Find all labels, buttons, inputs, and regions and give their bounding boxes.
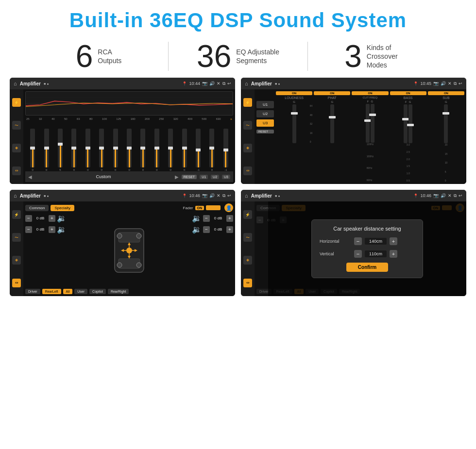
speaker-icon-s2[interactable]: ◈ xyxy=(243,144,252,152)
vol-plus-tl[interactable]: + xyxy=(49,215,55,222)
home-icon-s2[interactable]: ⌂ xyxy=(245,81,248,86)
vol-row-br: 🔉 − 0 dB + xyxy=(192,225,233,234)
specialty-tab-s3[interactable]: Specialty xyxy=(51,205,74,211)
window-icon-s4[interactable]: ⧉ xyxy=(454,193,457,199)
close-icon-s3[interactable]: ✕ xyxy=(217,193,221,199)
filter-icon-s2[interactable]: ⚡ xyxy=(243,98,252,107)
volume-icon-s2[interactable]: 🔊 xyxy=(441,81,446,86)
u1-btn-s2[interactable]: U1 xyxy=(256,101,274,108)
arrows-icon-s4[interactable]: ⇔ xyxy=(243,279,252,287)
camera-icon-s2[interactable]: 📷 xyxy=(433,81,439,86)
window-icon-s1[interactable]: ⧉ xyxy=(222,81,225,86)
vertical-value: 110cm xyxy=(365,250,387,257)
wave-icon-s3[interactable]: 〜 xyxy=(12,233,21,242)
speaker-icon-s3[interactable]: ◈ xyxy=(12,256,21,265)
speaker-tr: 🔉 xyxy=(192,214,202,223)
rearright-btn-s3[interactable]: RearRight xyxy=(108,289,129,294)
vol-minus-br[interactable]: − xyxy=(203,226,210,233)
prev-preset-btn[interactable]: ◀ xyxy=(28,174,32,180)
wave-icon-s4[interactable]: 〜 xyxy=(243,233,252,242)
sub-on-btn[interactable]: ON xyxy=(428,91,464,95)
speaker-tl: 🔉 xyxy=(57,214,67,223)
rearleft-btn-s3[interactable]: RearLeft xyxy=(42,289,61,294)
loudness-on-btn[interactable]: ON xyxy=(276,91,312,95)
wave-icon-s2[interactable]: 〜 xyxy=(243,121,252,130)
horizontal-plus-btn[interactable]: + xyxy=(390,237,397,245)
stat-eq: 36 EQ AdjustableSegments xyxy=(169,41,307,72)
vol-minus-tl[interactable]: − xyxy=(25,215,32,222)
u3-btn-s2[interactable]: U3 xyxy=(256,119,274,127)
camera-icon-s3[interactable]: 📷 xyxy=(202,193,207,199)
home-icon-s1[interactable]: ⌂ xyxy=(14,81,17,86)
fader-on-badge[interactable]: ON xyxy=(195,206,204,210)
cutfreq-on-btn[interactable]: ON xyxy=(352,91,388,95)
horizontal-minus-btn[interactable]: − xyxy=(354,237,362,245)
back-icon-s1[interactable]: ↩ xyxy=(227,81,231,86)
eq-wave-icon[interactable]: 〜 xyxy=(12,121,21,130)
volume-icon-s4[interactable]: 🔊 xyxy=(441,193,446,199)
eq-slider-2: 5 xyxy=(54,129,67,171)
copilot-btn-s3[interactable]: Copilot xyxy=(89,289,106,294)
speaker-br: 🔉 xyxy=(192,225,202,234)
user-btn-s3[interactable]: User xyxy=(74,289,87,294)
vol-minus-tr[interactable]: − xyxy=(203,215,210,222)
back-icon-s3[interactable]: ↩ xyxy=(227,193,231,199)
arrows-icon-s2[interactable]: ⇔ xyxy=(243,166,252,175)
speaker-icon-s4[interactable]: ◈ xyxy=(243,256,252,265)
eq-arrows-icon[interactable]: ⇔ xyxy=(12,166,21,175)
arrows-icon-s3[interactable]: ⇔ xyxy=(12,279,21,287)
vol-minus-bl[interactable]: − xyxy=(25,226,32,233)
reset-btn-s2[interactable]: RESET xyxy=(256,130,274,133)
next-preset-btn[interactable]: ▶ xyxy=(175,174,179,180)
eq-slider-11: 0 xyxy=(178,129,190,171)
eq-slider-0: 0 xyxy=(26,129,39,171)
vertical-minus-btn[interactable]: − xyxy=(354,250,362,258)
speaker-bl: 🔉 xyxy=(57,225,67,234)
volume-icon-s1[interactable]: 🔊 xyxy=(209,81,215,86)
window-icon-s2[interactable]: ⧉ xyxy=(454,81,457,86)
window-icon-s3[interactable]: ⧉ xyxy=(222,193,225,199)
phat-label: PHAT xyxy=(328,96,337,100)
reset-btn-s1[interactable]: RESET xyxy=(182,175,197,179)
screen1-location-icon: 📍 xyxy=(182,82,187,86)
vol-val-br: 0 dB xyxy=(211,227,225,232)
eq-filter-icon[interactable]: ⚡ xyxy=(12,98,21,107)
close-icon-s2[interactable]: ✕ xyxy=(448,81,452,86)
vol-plus-tr[interactable]: + xyxy=(226,215,233,222)
volume-icon-s3[interactable]: 🔊 xyxy=(209,193,215,199)
filter-icon-s3[interactable]: ⚡ xyxy=(12,210,21,219)
u1-btn-s1[interactable]: U1 xyxy=(200,175,208,179)
bass-on-btn[interactable]: ON xyxy=(390,91,426,95)
common-tab-s3[interactable]: Common xyxy=(25,205,49,211)
vol-row-bl: − 0 dB + 🔉 xyxy=(25,225,74,234)
home-icon-s4[interactable]: ⌂ xyxy=(245,193,248,199)
filter-icon-s4[interactable]: ⚡ xyxy=(243,210,252,219)
phat-on-btn[interactable]: ON xyxy=(314,91,350,95)
screen3-header-row: Common Specialty Fader ON 👤 xyxy=(25,203,233,212)
camera-icon-s4[interactable]: 📷 xyxy=(433,193,439,199)
close-icon-s4[interactable]: ✕ xyxy=(448,193,452,199)
confirm-button[interactable]: Confirm xyxy=(346,263,388,272)
person-icon-s3[interactable]: 👤 xyxy=(224,203,233,212)
u2-btn-s2[interactable]: U2 xyxy=(256,110,274,117)
u2-btn-s1[interactable]: U2 xyxy=(211,175,219,179)
driver-btn-s3[interactable]: Driver xyxy=(25,289,40,294)
close-icon-s1[interactable]: ✕ xyxy=(217,81,221,86)
screen3-right-controls: 🔉 − 0 dB + 🔉 − 0 dB + xyxy=(185,214,233,287)
vol-plus-bl[interactable]: + xyxy=(49,226,55,233)
fader-bar[interactable] xyxy=(206,205,221,210)
bass-label: BASS xyxy=(404,96,413,100)
back-icon-s2[interactable]: ↩ xyxy=(459,81,462,86)
eq-slider-4: 0 xyxy=(82,129,94,171)
all-btn-s3[interactable]: All xyxy=(63,289,73,294)
home-icon-s3[interactable]: ⌂ xyxy=(14,193,17,199)
vertical-plus-btn[interactable]: + xyxy=(390,250,397,258)
back-icon-s4[interactable]: ↩ xyxy=(459,193,462,199)
u3-btn-s1[interactable]: U3 xyxy=(222,175,230,179)
eq-speaker-icon[interactable]: ◈ xyxy=(12,144,21,152)
eq-slider-3: 0 xyxy=(68,129,80,171)
cutfreq-label: CUT FREQ xyxy=(363,96,378,99)
camera-icon-s1[interactable]: 📷 xyxy=(202,81,207,86)
screen1-sidebar: ⚡ 〜 ◈ ⇔ xyxy=(10,89,23,184)
vol-plus-br[interactable]: + xyxy=(226,226,233,233)
